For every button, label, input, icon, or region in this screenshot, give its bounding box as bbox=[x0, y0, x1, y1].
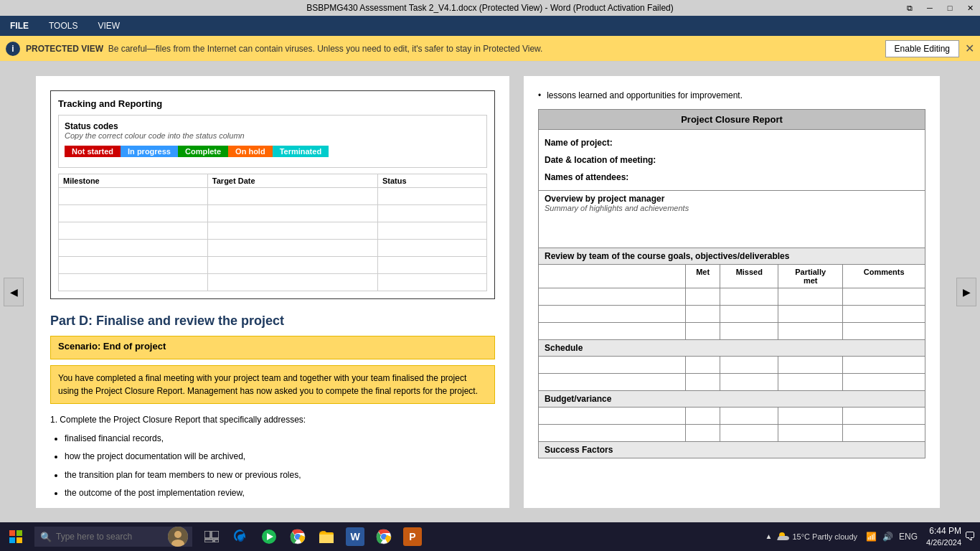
weather-text: 15°C Partly cloudy bbox=[792, 532, 857, 541]
svg-point-5 bbox=[174, 531, 182, 538]
col-partially-met: Partiallymet bbox=[778, 265, 843, 288]
status-on-hold: On hold bbox=[228, 146, 273, 157]
overview-title: Overview by project manager bbox=[545, 194, 919, 204]
field-date-location: Date & location of meeting: bbox=[545, 151, 919, 169]
system-clock[interactable]: 6:44 PM 4/26/2024 bbox=[926, 526, 961, 547]
table-row bbox=[59, 257, 487, 274]
network-icon[interactable]: 📶 bbox=[866, 532, 877, 542]
menu-file[interactable]: FILE bbox=[0, 16, 39, 36]
tracking-title: Tracking and Reporting bbox=[58, 98, 487, 109]
close-button[interactable]: ✕ bbox=[960, 0, 980, 16]
start-button[interactable] bbox=[0, 522, 32, 551]
minimize-button[interactable]: ─ bbox=[920, 0, 940, 16]
table-row bbox=[59, 188, 487, 205]
search-input[interactable] bbox=[56, 532, 164, 542]
status-codes-box: Status codes Copy the correct colour cod… bbox=[58, 115, 487, 168]
taskbar: 🔍 bbox=[0, 522, 980, 551]
list-item: the transition plan for team members to … bbox=[65, 468, 495, 484]
protected-close-button[interactable]: ✕ bbox=[965, 42, 974, 55]
search-avatar bbox=[168, 527, 188, 547]
budget-label: Budget/variance bbox=[539, 391, 925, 408]
table-row bbox=[539, 288, 925, 306]
part-d-title: Part D: Finalise and review the project bbox=[50, 314, 495, 329]
table-row bbox=[539, 323, 925, 340]
show-hidden-icons[interactable]: ▲ bbox=[765, 532, 773, 540]
powerpoint-icon[interactable]: P bbox=[399, 522, 426, 551]
bullet-lessons: • lessons learned and opportunities for … bbox=[538, 90, 925, 100]
document-area: ◀ Tracking and Reporting Status codes Co… bbox=[0, 62, 980, 522]
table-row bbox=[59, 240, 487, 257]
protected-icon: i bbox=[6, 42, 20, 56]
search-icon: 🔍 bbox=[40, 532, 52, 542]
svg-rect-1 bbox=[17, 530, 22, 536]
table-row bbox=[59, 274, 487, 291]
instructions-intro: 1. Complete the Project Closure Report t… bbox=[50, 415, 306, 425]
edge-icon[interactable] bbox=[227, 522, 254, 551]
protected-view-bar: i PROTECTED VIEW Be careful—files from t… bbox=[0, 36, 980, 62]
instructions-list: finalised financial records, how the pro… bbox=[65, 431, 495, 501]
enable-editing-button[interactable]: Enable Editing bbox=[885, 40, 959, 57]
status-terminated: Terminated bbox=[273, 146, 329, 157]
instructions: 1. Complete the Project Closure Report t… bbox=[50, 413, 495, 501]
weather-icon bbox=[775, 529, 789, 544]
title-bar: BSBPMG430 Assessment Task 2_V4.1.docx (P… bbox=[0, 0, 980, 16]
word-app-icon: W bbox=[346, 527, 364, 546]
document-content: Tracking and Reporting Status codes Copy… bbox=[0, 62, 980, 522]
volume-icon[interactable]: 🔊 bbox=[882, 532, 893, 542]
word-icon[interactable]: W bbox=[341, 522, 369, 551]
col-headers-row: Met Missed Partiallymet Comments bbox=[539, 265, 925, 288]
schedule-label: Schedule bbox=[539, 340, 925, 357]
table-row: Overview by project manager Summary of h… bbox=[539, 191, 925, 248]
svg-rect-7 bbox=[204, 531, 210, 538]
table-row bbox=[59, 222, 487, 240]
clock-time: 6:44 PM bbox=[926, 526, 961, 537]
closure-report-title: Project Closure Report bbox=[539, 110, 925, 130]
restore-button[interactable]: ⧉ bbox=[900, 0, 920, 16]
nav-right-arrow[interactable]: ▶ bbox=[956, 278, 976, 306]
status-codes-subtitle: Copy the correct colour code into the st… bbox=[65, 131, 481, 140]
taskbar-search[interactable]: 🔍 bbox=[34, 527, 192, 547]
table-row bbox=[539, 425, 925, 442]
status-colors-row: Not started In progress Complete On hold… bbox=[65, 146, 481, 157]
media-player-icon[interactable] bbox=[255, 522, 283, 551]
task-view-button[interactable] bbox=[198, 522, 225, 551]
bullet-icon: • bbox=[538, 90, 541, 100]
clock-date: 4/26/2024 bbox=[926, 537, 961, 547]
field-attendees: Names of attendees: bbox=[545, 169, 919, 186]
list-item: finalised financial records, bbox=[65, 431, 495, 447]
table-row: Name of project: Date & location of meet… bbox=[539, 130, 925, 191]
taskbar-icons: W P bbox=[198, 522, 426, 551]
scenario-title: Scenario: End of project bbox=[58, 341, 487, 352]
table-row bbox=[59, 205, 487, 222]
svg-rect-8 bbox=[212, 531, 219, 538]
overview-subtitle: Summary of highlights and achievements bbox=[545, 204, 919, 212]
maximize-button[interactable]: □ bbox=[940, 0, 960, 16]
table-row bbox=[539, 374, 925, 391]
menu-tools[interactable]: TOOLS bbox=[39, 16, 88, 36]
ppt-icon: P bbox=[403, 527, 422, 546]
svg-rect-10 bbox=[215, 540, 219, 542]
col-status: Status bbox=[377, 174, 486, 188]
status-in-progress: In progress bbox=[121, 146, 178, 157]
chrome-icon-2[interactable] bbox=[370, 522, 397, 551]
notification-button[interactable]: 🗨 bbox=[964, 530, 976, 543]
chrome-icon[interactable] bbox=[284, 522, 311, 551]
col-met: Met bbox=[685, 265, 720, 288]
svg-rect-9 bbox=[204, 540, 213, 542]
review-title: Review by team of the course goals, obje… bbox=[539, 248, 925, 265]
svg-rect-2 bbox=[9, 537, 15, 543]
tracking-box: Tracking and Reporting Status codes Copy… bbox=[50, 90, 495, 299]
table-row bbox=[539, 357, 925, 374]
page-right: • lessons learned and opportunities for … bbox=[524, 76, 940, 508]
scenario-text: You have completed a final meeting with … bbox=[50, 365, 495, 404]
col-missed: Missed bbox=[720, 265, 778, 288]
file-explorer-icon[interactable] bbox=[313, 522, 340, 551]
document-title: BSBPMG430 Assessment Task 2_V4.1.docx (P… bbox=[306, 3, 674, 13]
protected-view-text: PROTECTED VIEW Be careful—files from the… bbox=[26, 44, 880, 54]
nav-left-arrow[interactable]: ◀ bbox=[4, 278, 24, 306]
list-item: the outcome of the post implementation r… bbox=[65, 486, 495, 501]
status-complete: Complete bbox=[178, 146, 228, 157]
field-project-name: Name of project: bbox=[545, 134, 919, 151]
menu-view[interactable]: VIEW bbox=[88, 16, 130, 36]
col-target-date: Target Date bbox=[207, 174, 377, 188]
